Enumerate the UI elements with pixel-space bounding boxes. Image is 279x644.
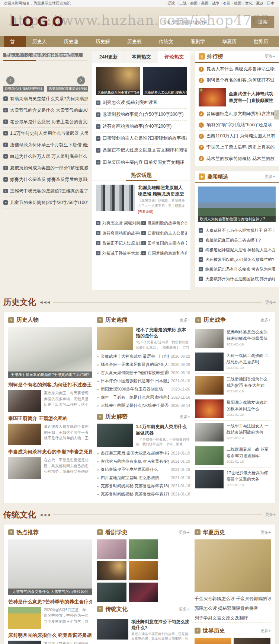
nav-item-home[interactable]: 首页	[4, 36, 26, 47]
list-item[interactable]: 庄周梦蝶的寓意和内容	[141, 248, 187, 258]
featured-image[interactable]: 王维考中状元靠的是颜值?王维真的走了后门吗?	[8, 327, 92, 378]
list-item[interactable]: 儿童节的来历简短(20字/30字/50字/100字)	[3, 197, 88, 208]
article-image[interactable]	[8, 424, 41, 445]
list-item[interactable]: 口蜜腹剑的主人公是谁?口蜜	[141, 228, 187, 238]
rank-item[interactable]: 4晋国骊姬之乱原文翻译赏析(含注释)	[199, 108, 275, 119]
nav-item-china[interactable]: 华夏历史	[216, 36, 247, 47]
list-item[interactable]: 四川盆地是聚宝盆吗 怎么形成的2021-01-19	[97, 474, 190, 482]
site-logo[interactable]: LOGO	[10, 14, 67, 29]
war-article-item[interactable]: 为何一战比二战残酷 二战死伤不是更多吗2021-01-19	[195, 350, 271, 374]
carousel-caption[interactable]: 昆扬人有什么 揭秘克苏鲁神话生物昆扬人	[3, 53, 83, 57]
topbar-tag[interactable]: 二战	[179, 1, 187, 5]
drama-thumb[interactable]	[97, 539, 126, 559]
more-link[interactable]: 更多+	[260, 317, 271, 323]
list-item[interactable]: 大雪节气的含义是什么 大雪节气的由来和风俗	[3, 105, 88, 116]
topbar-tag[interactable]: 美国	[201, 1, 209, 5]
rank-item[interactable]: 3 金庸武侠十大神奇武功 最厉害一门直接颠覆性	[199, 86, 275, 108]
list-item[interactable]: 水镜先生的阴谋是什么?水镜先生是否借助司2020-09-14	[97, 401, 190, 409]
list-item[interactable]: 夏威夷如何成为美国的一部分?解密夏威夷如何变成美	[3, 162, 88, 174]
featured-image[interactable]: 大雪节气的含义是什么 大雪节气的由来和风俗	[8, 539, 92, 595]
list-item[interactable]: 列子学射文言文原文及翻译	[195, 613, 271, 623]
list-item[interactable]: 古代驸马的地位有多低 驸马究竟有多惨2021-01-19	[97, 458, 190, 466]
list-item[interactable]: 田单复国的主要内容 田单复国文言文翻译	[96, 156, 187, 168]
list-item[interactable]: 达芬奇画鸡蛋的故事(含40字	[96, 228, 141, 238]
list-item[interactable]: 郭隗怎么读 揭秘郭隗骏骨的拼音	[195, 603, 271, 613]
article-thumb[interactable]: 悬梁刺股的故事简介(含50	[47, 64, 88, 92]
article-thumb[interactable]: 夏威夷如何成为美国的	[195, 638, 231, 644]
list-item[interactable]: 克苏鲁时间线揭秘 克苏鲁世界年表17世纪2021-01-18	[97, 490, 190, 498]
more-link[interactable]: 更多+	[179, 530, 189, 535]
topbar-tag[interactable]: 文化	[245, 1, 253, 5]
article-item[interactable]: 项庄舞剑意在沛公下句怎么接是什么?最近在读这个项庄舞剑的故事，还是挺有意思的啊，…	[97, 616, 189, 644]
nav-item-anecdotes[interactable]: 历史趣闻	[58, 36, 89, 47]
list-item[interactable]: 福金帝姬三天未出牙帐是真的吗?金人对待福2020-06-28	[97, 360, 190, 369]
list-item[interactable]: 老公最早是什么意思 历史上老公的含义揭秘	[3, 116, 88, 128]
list-item[interactable]: 古人夏天如何防蚊子?他们有蚊帐蚊香吗?2020-06-10	[97, 369, 190, 377]
more-link[interactable]: 更多+	[265, 54, 275, 59]
rank-item[interactable]: 1昆扬人有什么 揭秘克苏鲁神话生物	[199, 64, 275, 75]
topbar-tag[interactable]: 历史	[168, 1, 176, 5]
war-article-item[interactable]: 二战欧洲最后一战 苏军追杀90万逃跑德军2021-01-18	[195, 444, 271, 468]
topbar-tag[interactable]: 嬴政	[256, 1, 263, 5]
article-image[interactable]	[8, 607, 41, 629]
article-title[interactable]: 床前明月光的床指什么 究竟是窗还是胡床	[8, 632, 92, 639]
side-float-tab[interactable]: ‹	[274, 110, 279, 119]
nav-item-tradition[interactable]: 传统文化	[153, 36, 184, 47]
list-item[interactable]: 金庸武侠十大神奇武功 最厉害一门直接颠覆性2020-06-22	[97, 352, 190, 360]
topbar-tag[interactable]: 德国	[234, 1, 241, 5]
list-item[interactable]: 口蜜腹剑的主人公是谁?口蜜腹剑的故事概况	[96, 133, 187, 144]
nav-item-wars[interactable]: 历史战争	[121, 36, 153, 47]
featured-title[interactable]: 1.1万年前史前人类用什么当做武器	[136, 424, 190, 436]
article-title[interactable]: 秦国王翦简介 王翦怎么死的	[8, 415, 92, 422]
article-title[interactable]: 芒种是什么意思?芒种季节的养生食疗介绍	[8, 599, 92, 605]
rank-item[interactable]: 5项羽的"项"字到底读"hàng"还是读	[199, 119, 275, 131]
drama-thumb[interactable]	[129, 583, 158, 602]
list-item[interactable]: 悬梁刺股的故事简介(含50字100字300字)	[96, 109, 187, 121]
list-item[interactable]: 嫪毐为什么要造反 嫪毐造反背后的原因分析	[3, 174, 88, 185]
list-item[interactable]: 大秦赋郭开为什么是秦国卧底 郭开的结局	[199, 274, 275, 284]
tab-comment-hot[interactable]: 评论热文	[158, 51, 190, 63]
war-article-item[interactable]: 二战后德国香烟为什么成为货币 有多大的购2021-01-19	[195, 374, 271, 397]
more-link[interactable]: 更多+	[179, 606, 189, 612]
drama-thumb[interactable]	[97, 583, 126, 602]
featured-image[interactable]	[195, 539, 271, 592]
more-link[interactable]: 更多+	[265, 512, 276, 517]
list-item[interactable]: 王维考中状元靠的是颜值?王维真的走了后门吗?	[3, 185, 88, 197]
search-input[interactable]	[159, 16, 251, 28]
featured-image[interactable]: 欧洲人为何会害怕德国与奥地利合并了?	[198, 186, 276, 222]
list-item[interactable]: 唐僧母亲为何怀孕三个月就生下唐僧 他到底是不是陈	[3, 139, 88, 151]
tab-week-hot[interactable]: 本周热文	[125, 51, 158, 63]
war-article-item[interactable]: 范弗利特奖是怎么来的 解密朝鲜战争倒霉蛋范2021-01-19	[195, 327, 271, 350]
list-item[interactable]: 日本评价中国最强朝代是哪个 日本眼里的中国2021-01-10	[97, 377, 190, 385]
nav-item-figures[interactable]: 历史人物	[26, 36, 58, 47]
read-more-link[interactable]: [查看详情]	[138, 210, 187, 214]
more-link[interactable]: 更多+	[180, 414, 190, 420]
article-thumb[interactable]: 大秦赋嬴政为何杀甘罗?与吕不韦有什么	[96, 67, 140, 95]
list-item[interactable]: 刘裕诫子孙故事大意 刘裕诫子	[96, 248, 141, 258]
list-item[interactable]: 南阳发现5000多年前玉石器制造场2020-11-26	[97, 385, 190, 393]
rank-item[interactable]: 6巴黎1100万人口 为何纯法国人只有	[199, 131, 275, 142]
more-link[interactable]: 更多+	[265, 174, 275, 179]
list-item[interactable]: 盗墓笔记真正的吴三省去哪了?	[199, 235, 275, 245]
list-item[interactable]: 有翡周翡与吴楚楚什么关系?为何周翡那么照顾吴楚	[3, 93, 88, 105]
featured-title[interactable]: 北国英雄顾照龙原型人物是谁 顾照龙历史原型介绍	[138, 185, 187, 197]
list-item[interactable]: 悬梁刺股的故事简介(含50字	[141, 218, 187, 228]
list-item[interactable]: 大秦赋吕不韦为什么经常摸肚子 吕不韦摸	[199, 226, 275, 235]
list-item[interactable]: 克苏鲁时间线揭秘 克苏鲁世界年表18世纪2021-01-18	[97, 482, 190, 490]
war-article-item[interactable]: 鄱阳湖之战陈友谅败北的根本原因是什么2021-01-19	[195, 397, 271, 421]
list-item[interactable]: 刘奭怎么读 揭秘刘奭的读音	[96, 218, 141, 228]
list-item[interactable]: 虎生三子必有一彪是什么意思 彪指的是什么2020-11-16	[97, 393, 190, 401]
nav-item-secrets[interactable]: 历史解密	[89, 36, 121, 47]
list-item[interactable]: 秦庄襄王死后,秦国大权是在赵姬手中还是华阳2021-01-19	[97, 449, 190, 458]
topbar-tag[interactable]: 日本	[267, 1, 275, 5]
search-button[interactable]: 搜索	[251, 16, 274, 28]
list-item[interactable]: 终极笔记神秘泥人是谁 神秘泥人是不是陈	[199, 245, 275, 255]
war-article-item[interactable]: 一战华工与法国女人 一战结束法国政府为何2021-01-18	[195, 421, 271, 444]
more-link[interactable]: 更多+	[260, 530, 271, 535]
article-thumb[interactable]: 刘奭怎么读 揭秘刘奭的读	[3, 64, 44, 92]
article-title[interactable]: 荆轲是个有名的剑客,为何还打不过秦王	[8, 382, 92, 388]
featured-title[interactable]: 吃不了兜着走的来历 原本指的是什么	[136, 327, 190, 339]
nav-item-drama[interactable]: 看剧学史	[184, 36, 216, 47]
list-item[interactable]: 刘奭怎么读 揭秘刘奭的读音	[96, 97, 187, 109]
list-item[interactable]: 白起为什么叫万人屠 万人屠到底是什么	[3, 151, 88, 162]
